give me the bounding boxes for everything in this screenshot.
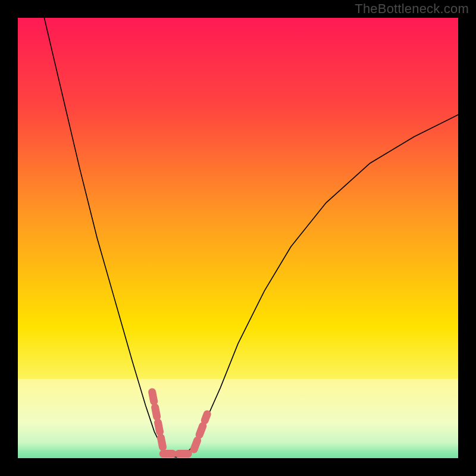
watermark-text: TheBottleneck.com	[355, 1, 469, 17]
chart-container: TheBottleneck.com	[0, 0, 476, 476]
highlight-band	[18, 379, 458, 458]
plot-area	[18, 18, 458, 458]
plot-svg	[18, 18, 458, 458]
